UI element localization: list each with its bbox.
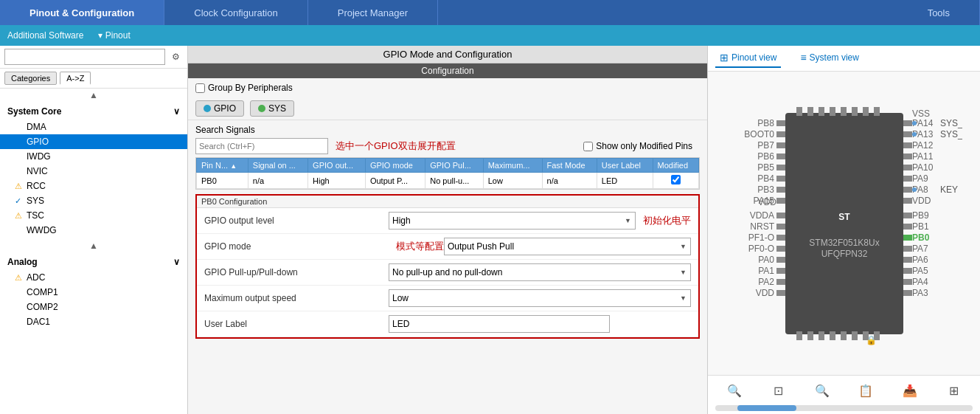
col-fast-mode[interactable]: Fast Mode: [542, 159, 597, 173]
tab-tools[interactable]: Tools: [898, 0, 980, 25]
show-modified-label[interactable]: Show only Modified Pins: [583, 141, 692, 151]
group-peripherals-checkbox-label[interactable]: Group By Peripherals: [195, 83, 293, 93]
system-core-header[interactable]: System Core ∨: [0, 103, 187, 120]
svg-text:SYS_SWDIO: SYS_SWDIO: [940, 129, 962, 139]
svg-text:PA0: PA0: [758, 255, 774, 265]
group-peripherals-checkbox[interactable]: [195, 83, 205, 93]
cell-gpio-mode: Output P...: [365, 173, 425, 189]
col-gpio-out[interactable]: GPIO out...: [308, 159, 366, 173]
system-core-section: System Core ∨ DMA GPIO IWDG NVIC: [0, 102, 187, 239]
nav-pinout[interactable]: ▾ Pinout: [98, 30, 130, 41]
table-row[interactable]: PB0 n/a High Output P... No pull-u... Lo…: [197, 173, 699, 189]
svg-text:PA5: PA5: [912, 266, 928, 276]
svg-rect-27: [903, 131, 912, 137]
scrollbar-horizontal[interactable]: [715, 405, 973, 411]
config-label-gpio-mode: GPIO mode: [204, 241, 389, 252]
svg-rect-43: [903, 224, 912, 230]
svg-rect-26: [903, 120, 912, 126]
nav-additional-software[interactable]: Additional Software: [7, 30, 83, 41]
config-label-pull: GPIO Pull-up/Pull-down: [204, 267, 389, 277]
sidebar-item-sys[interactable]: ✓ SYS: [0, 193, 187, 208]
sidebar-item-dma-label: DMA: [27, 122, 46, 132]
sidebar-item-comp2[interactable]: COMP2: [0, 300, 187, 314]
svg-point-92: [912, 187, 917, 192]
zoom-out-icon[interactable]: 🔍: [812, 380, 833, 401]
svg-rect-34: [776, 213, 785, 218]
svg-text:PA2: PA2: [758, 277, 774, 287]
sidebar-item-nvic[interactable]: NVIC: [0, 164, 187, 179]
settings-icon[interactable]: ⚙: [168, 49, 183, 64]
svg-rect-45: [903, 246, 912, 252]
config-row-gpio-mode: GPIO mode 模式等配置 Output Push Pull Output …: [197, 234, 698, 260]
scroll-up-arrow[interactable]: ▲: [0, 89, 187, 102]
svg-text:STM32F051K8Ux: STM32F051K8Ux: [809, 238, 879, 248]
config-label-output-level: GPIO output level: [204, 215, 389, 226]
table-header-row: Pin N... ▲ Signal on ... GPIO out... GPI…: [197, 159, 699, 173]
sidebar-item-comp2-label: COMP2: [27, 302, 58, 312]
main-layout: ⚙ Categories A->Z ▲ System Core ∨ DMA GP…: [0, 46, 980, 414]
pinout-view-label: Pinout view: [731, 52, 776, 63]
svg-text:PA6: PA6: [912, 255, 928, 265]
tab-clock[interactable]: Clock Configuration: [164, 0, 307, 25]
bottom-toolbar: 🔍 ⊡ 🔍 📋 📥 ⊞: [708, 375, 980, 405]
search-input[interactable]: [4, 49, 165, 65]
right-panel: ⊞ Pinout view ≡ System view: [707, 46, 980, 414]
modified-checkbox[interactable]: [671, 175, 681, 184]
signal-search-input[interactable]: [195, 138, 328, 154]
import-icon[interactable]: 📥: [900, 380, 920, 401]
col-gpio-mode[interactable]: GPIO mode: [365, 159, 425, 173]
sidebar-item-tsc[interactable]: ⚠ TSC: [0, 208, 187, 223]
svg-rect-49: [903, 290, 912, 296]
rcc-warn-icon: ⚠: [15, 182, 24, 191]
svg-rect-4: [819, 107, 824, 116]
user-label-input[interactable]: [389, 315, 610, 333]
gpio-mode-select[interactable]: Output Push Pull Output Open Drain: [444, 238, 691, 255]
svg-rect-22: [776, 165, 785, 170]
svg-rect-47: [903, 268, 912, 274]
pull-select-wrapper: No pull-up and no pull-down Pull-up Pull…: [389, 263, 691, 281]
sidebar-item-dac1[interactable]: DAC1: [0, 314, 187, 329]
tab-pinout[interactable]: Pinout & Configuration: [0, 0, 164, 25]
grid-icon[interactable]: ⊞: [943, 380, 964, 401]
zoom-in-icon[interactable]: 🔍: [724, 380, 745, 401]
svg-rect-21: [776, 153, 785, 159]
tab-categories[interactable]: Categories: [4, 72, 57, 85]
scroll-mid-arrow[interactable]: ▲: [0, 239, 187, 252]
sidebar-item-wwdg[interactable]: WWDG: [0, 223, 187, 238]
output-level-annotation: 初始化电平: [643, 214, 691, 227]
col-pin[interactable]: Pin N... ▲: [197, 159, 249, 173]
sidebar-item-adc[interactable]: ⚠ ADC: [0, 270, 187, 285]
show-modified-checkbox[interactable]: [583, 142, 593, 151]
chip-svg: ST STM32F051K8Ux UFQFPN32 VDD VSS PA14 P…: [726, 98, 962, 349]
col-gpio-pull[interactable]: GPIO Pul...: [425, 159, 483, 173]
tab-system-view[interactable]: ≡ System view: [796, 49, 863, 68]
col-modified[interactable]: Modified: [653, 159, 698, 173]
pull-select[interactable]: No pull-up and no pull-down Pull-up Pull…: [389, 263, 691, 281]
col-user-label[interactable]: User Label: [597, 159, 653, 173]
svg-rect-36: [776, 235, 785, 241]
tab-project[interactable]: Project Manager: [308, 0, 438, 25]
mode-tab-sys[interactable]: SYS: [250, 100, 294, 117]
mode-tab-gpio[interactable]: GPIO: [195, 100, 244, 117]
fit-view-icon[interactable]: ⊡: [768, 380, 788, 401]
col-max-speed[interactable]: Maximum...: [483, 159, 542, 173]
sidebar-item-comp1[interactable]: COMP1: [0, 285, 187, 300]
sidebar-content: ▲ System Core ∨ DMA GPIO IWDG: [0, 89, 187, 414]
sidebar-item-rcc[interactable]: ⚠ RCC: [0, 179, 187, 193]
config-label-max-speed: Maximum output speed: [204, 293, 389, 303]
output-level-select[interactable]: High Low: [389, 212, 636, 230]
gpio-mode-select-wrapper: Output Push Pull Output Open Drain: [444, 238, 691, 255]
export-icon[interactable]: 📋: [855, 380, 876, 401]
pinout-view-icon: ⊞: [720, 52, 729, 63]
sidebar-item-dma[interactable]: DMA: [0, 120, 187, 134]
sidebar-item-iwdg[interactable]: IWDG: [0, 149, 187, 164]
svg-rect-8: [863, 107, 869, 116]
col-signal[interactable]: Signal on ...: [248, 159, 307, 173]
tab-pinout-view[interactable]: ⊞ Pinout view: [715, 49, 781, 68]
config-label-user-label: User Label: [204, 319, 389, 329]
cell-max-speed: Low: [483, 173, 542, 189]
analog-header[interactable]: Analog ∨: [0, 254, 187, 270]
max-speed-select[interactable]: Low Medium High: [389, 289, 691, 307]
tab-az[interactable]: A->Z: [60, 72, 91, 85]
sidebar-item-gpio[interactable]: GPIO: [0, 134, 187, 149]
